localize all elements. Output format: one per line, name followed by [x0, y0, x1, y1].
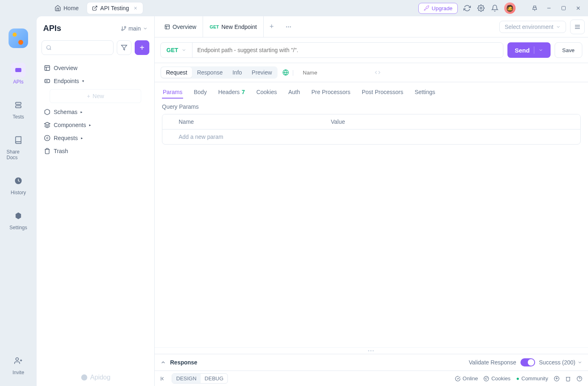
view-preview[interactable]: Preview: [247, 67, 277, 78]
main-tab-overview[interactable]: Overview: [158, 16, 203, 37]
search-input[interactable]: [42, 40, 114, 55]
svg-point-32: [81, 375, 87, 381]
sidebar: APIs main: [37, 16, 155, 386]
home-tab[interactable]: Home: [50, 2, 83, 14]
main-tab-endpoint[interactable]: GET New Endpoint: [203, 16, 264, 37]
rocket-icon: [424, 5, 429, 11]
external-link-icon: [92, 5, 98, 11]
path-input[interactable]: [192, 43, 503, 57]
rail-item-apis[interactable]: APIs: [4, 60, 33, 87]
branch-selector[interactable]: main: [121, 25, 148, 32]
trash-icon[interactable]: [565, 376, 571, 382]
section-params[interactable]: Params: [162, 86, 183, 99]
section-post[interactable]: Post Processors: [361, 86, 404, 99]
code-icon[interactable]: [375, 70, 380, 75]
tree-endpoints-label: Endpoints: [54, 78, 79, 84]
view-info[interactable]: Info: [227, 67, 247, 78]
refresh-icon[interactable]: [463, 4, 472, 13]
tree-schemas[interactable]: Schemas ▸: [42, 105, 149, 118]
filter-button[interactable]: [117, 40, 131, 55]
tree-trash[interactable]: Trash: [42, 145, 149, 158]
params-add-row[interactable]: Add a new param: [162, 129, 580, 144]
chevron-down-icon: [556, 24, 561, 29]
svg-rect-9: [15, 68, 22, 72]
svg-rect-10: [15, 102, 21, 104]
rail-item-share[interactable]: Share Docs: [4, 130, 33, 163]
close-icon[interactable]: [133, 6, 138, 11]
avatar[interactable]: 🧔: [504, 2, 516, 14]
method-selector[interactable]: GET: [161, 43, 192, 57]
trash-icon: [44, 148, 50, 154]
rail-item-tests[interactable]: Tests: [4, 95, 33, 122]
chevron-down-icon: [143, 26, 148, 31]
env-label: Select environment: [505, 24, 553, 30]
bell-icon[interactable]: [490, 4, 499, 13]
tree-endpoints[interactable]: Endpoints ▾: [42, 75, 149, 88]
svg-rect-11: [15, 106, 21, 108]
globe-icon[interactable]: [282, 69, 289, 76]
section-headers[interactable]: Headers 7: [217, 86, 246, 99]
svg-point-18: [124, 26, 126, 28]
window-maximize[interactable]: [559, 3, 568, 13]
split-drag-handle[interactable]: •••: [155, 347, 588, 354]
menu-button[interactable]: [570, 20, 585, 34]
tree-requests[interactable]: Requests ▸: [42, 132, 149, 145]
tab-more-icon[interactable]: [280, 24, 297, 30]
status-online[interactable]: Online: [455, 375, 478, 382]
sidebar-title: APIs: [43, 24, 61, 33]
tests-icon: [11, 98, 26, 112]
response-status-selector[interactable]: Success (200): [539, 359, 582, 366]
environment-selector[interactable]: Select environment: [499, 21, 566, 33]
pin-icon[interactable]: [530, 4, 539, 13]
tree-requests-label: Requests: [54, 135, 78, 141]
headers-count: 7: [242, 89, 245, 95]
help-icon[interactable]: [577, 376, 582, 382]
view-response[interactable]: Response: [192, 67, 227, 78]
section-settings[interactable]: Settings: [414, 86, 436, 99]
settings-gear-icon[interactable]: [477, 4, 485, 13]
status-community[interactable]: ● Community: [516, 375, 548, 382]
endpoint-name-input[interactable]: [301, 68, 373, 77]
send-label: Send: [515, 47, 530, 54]
method-badge: GET: [210, 24, 219, 29]
section-pre[interactable]: Pre Processors: [310, 86, 351, 99]
section-body[interactable]: Body: [193, 86, 208, 99]
rail-item-history[interactable]: History: [4, 171, 33, 198]
project-tab[interactable]: API Testing: [87, 2, 143, 14]
upload-icon[interactable]: [554, 376, 560, 382]
save-button[interactable]: Save: [555, 42, 582, 58]
app-logo[interactable]: [9, 29, 28, 48]
section-auth[interactable]: Auth: [287, 86, 301, 99]
main-area: Overview GET New Endpoint + Select envir…: [155, 16, 588, 386]
main-tab-overview-label: Overview: [173, 24, 196, 30]
status-cookies[interactable]: Cookies: [483, 375, 510, 382]
response-title: Response: [170, 359, 197, 366]
svg-rect-6: [562, 7, 566, 10]
rail-item-settings[interactable]: Settings: [4, 206, 33, 233]
collapse-left-icon[interactable]: [160, 376, 166, 382]
tree-new-endpoint[interactable]: + New: [50, 89, 141, 103]
rail-label-apis: APIs: [13, 79, 23, 85]
mode-debug[interactable]: DEBUG: [201, 374, 227, 383]
tree-components[interactable]: Components ▸: [42, 118, 149, 132]
window-close[interactable]: [573, 3, 583, 13]
add-button[interactable]: +: [135, 40, 149, 55]
mode-switch: DESIGN DEBUG: [172, 373, 228, 384]
home-icon: [55, 5, 61, 11]
tree-overview[interactable]: Overview: [42, 61, 149, 75]
send-button[interactable]: Send: [507, 42, 551, 58]
rail-item-invite[interactable]: Invite: [4, 351, 33, 378]
params-col-name: Name: [162, 114, 325, 129]
add-tab-button[interactable]: +: [264, 22, 280, 31]
upgrade-button[interactable]: Upgrade: [418, 3, 458, 14]
chevron-up-icon[interactable]: [160, 360, 166, 365]
svg-line-21: [50, 49, 51, 50]
mode-design[interactable]: DESIGN: [172, 374, 201, 383]
window-minimize[interactable]: [544, 3, 554, 13]
section-cookies[interactable]: Cookies: [256, 86, 278, 99]
chevron-right-icon: ▸: [89, 123, 91, 127]
validate-toggle[interactable]: [520, 358, 535, 366]
svg-point-28: [47, 81, 47, 81]
view-request[interactable]: Request: [161, 67, 192, 78]
tree-components-label: Components: [54, 122, 86, 128]
